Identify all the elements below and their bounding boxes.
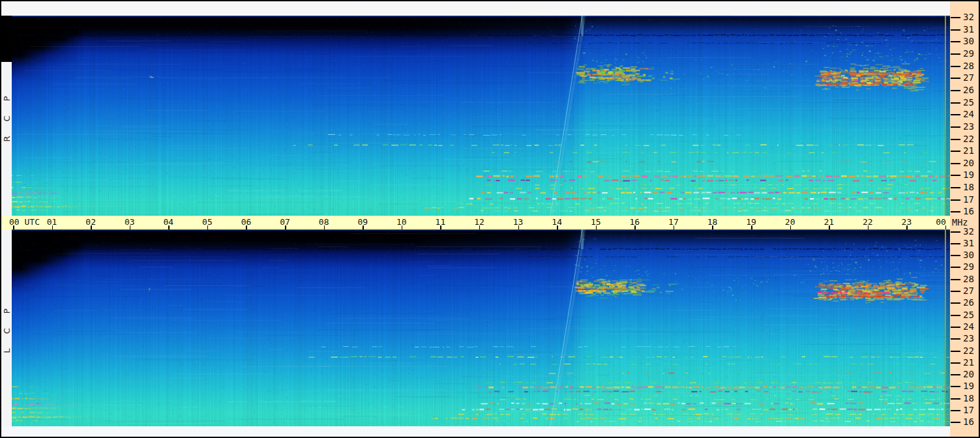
freq-tick-label: 26	[963, 297, 974, 308]
time-tick-label: 20	[785, 217, 795, 227]
freq-tick-label: 20	[963, 369, 974, 379]
time-tick-label: 17	[668, 217, 679, 227]
freq-tick-label: 21	[963, 145, 974, 156]
freq-tick	[951, 398, 960, 400]
time-tick-label: 16	[630, 217, 640, 227]
freq-tick	[951, 17, 960, 18]
freq-tick-label: 25	[963, 97, 974, 108]
freq-tick	[951, 291, 960, 292]
freq-tick-label: 30	[963, 250, 974, 260]
freq-tick	[951, 53, 960, 55]
freq-tick-label: 27	[963, 285, 974, 296]
time-tick-label: 14	[552, 217, 562, 227]
lcp-label-text: L C P	[2, 302, 12, 353]
lcp-spectrogram-canvas	[12, 229, 950, 426]
freq-tick	[951, 151, 960, 152]
freq-tick-label: 27	[963, 72, 974, 83]
time-tick-label: 11	[436, 217, 446, 227]
freq-tick	[951, 29, 960, 31]
freq-tick-label: 19	[963, 169, 974, 180]
time-tick-label: 12	[474, 217, 484, 227]
freq-tick-label: 30	[963, 36, 974, 46]
freq-tick-label: 32	[963, 12, 974, 22]
freq-tick-label: 26	[963, 85, 974, 95]
freq-tick	[951, 66, 960, 67]
freq-tick-label: 18	[963, 182, 974, 192]
freq-tick-label: 17	[963, 194, 974, 205]
freq-tick	[951, 302, 960, 304]
freq-tick	[951, 267, 960, 268]
freq-tick-label: 23	[963, 121, 974, 132]
freq-tick	[951, 255, 960, 256]
time-tick-label: 23	[902, 217, 912, 227]
freq-tick-label: 16	[963, 416, 974, 427]
freq-tick-label: 28	[963, 61, 974, 71]
freq-tick	[951, 139, 960, 140]
freq-tick	[951, 351, 960, 352]
time-tick-label: 00	[936, 217, 946, 227]
time-tick-label: 22	[863, 217, 873, 227]
time-tick-label: 07	[280, 217, 290, 227]
freq-tick	[951, 327, 960, 328]
freq-tick	[951, 338, 960, 340]
time-tick-label: 01	[47, 217, 57, 227]
rcp-spectrogram-canvas	[12, 16, 950, 216]
freq-tick	[951, 315, 960, 316]
freq-tick-label: 25	[963, 310, 974, 320]
freq-tick-label: 18	[963, 393, 974, 403]
freq-tick-label: 23	[963, 333, 974, 343]
freq-tick	[951, 243, 960, 244]
time-tick-label: 08	[319, 217, 329, 227]
freq-tick-label: 29	[963, 261, 974, 272]
freq-tick	[951, 231, 960, 233]
rcp-label-text: R C P	[2, 90, 12, 141]
freq-tick-label: 17	[963, 405, 974, 415]
freq-tick	[951, 175, 960, 176]
freq-tick	[951, 199, 960, 201]
freq-tick-label: 29	[963, 48, 974, 59]
freq-tick	[951, 126, 960, 128]
time-tick-label: 04	[164, 217, 174, 227]
time-tick-label: 06	[241, 217, 252, 227]
freq-tick-label: 22	[963, 134, 974, 144]
time-tick-label: 18	[707, 217, 718, 227]
freq-tick	[951, 78, 960, 79]
time-tick-label: 10	[396, 217, 407, 227]
frequency-scale-column: MHz 323130292827262524232221201918171632…	[950, 1, 979, 437]
freq-tick	[951, 386, 960, 387]
freq-tick-label: 19	[963, 381, 974, 391]
freq-tick-label: 20	[963, 158, 974, 168]
freq-tick	[951, 163, 960, 164]
freq-tick-label: 22	[963, 345, 974, 356]
freq-tick	[951, 114, 960, 115]
freq-tick	[951, 211, 960, 212]
freq-tick	[951, 362, 960, 364]
freq-tick-label: 31	[963, 238, 974, 248]
time-tick-label: 00 UTC	[9, 217, 40, 227]
time-tick-label: 02	[85, 217, 96, 227]
freq-tick	[951, 102, 960, 104]
time-tick-label: 21	[824, 217, 834, 227]
freq-tick-label: 32	[963, 226, 974, 237]
freq-tick	[951, 279, 960, 280]
freq-tick-label: 21	[963, 357, 974, 368]
freq-tick-label: 28	[963, 274, 974, 284]
freq-tick-label: 31	[963, 24, 974, 35]
freq-tick	[951, 187, 960, 188]
bottom-margin-strip	[1, 426, 950, 437]
time-tick-label: 05	[202, 217, 213, 227]
freq-tick	[951, 410, 960, 411]
freq-tick	[951, 90, 960, 91]
time-tick-label: 13	[513, 217, 524, 227]
time-axis-strip: 00 UTC0102030405060708091011121314151617…	[1, 216, 950, 229]
freq-tick-label: 24	[963, 321, 974, 332]
time-tick-label: 09	[357, 217, 368, 227]
freq-tick	[951, 374, 960, 375]
time-tick-label: 03	[125, 217, 135, 227]
title-bar: AJ4CO Observatory 03 Nov 2015 - DPS on T…	[1, 1, 950, 16]
time-tick-label: 19	[746, 217, 756, 227]
freq-tick	[951, 422, 960, 423]
freq-tick	[951, 41, 960, 42]
dps-spectrogram-window: { "window_title": "AJ4CO Observatory 03 …	[0, 0, 980, 438]
freq-tick-label: 16	[963, 206, 974, 216]
